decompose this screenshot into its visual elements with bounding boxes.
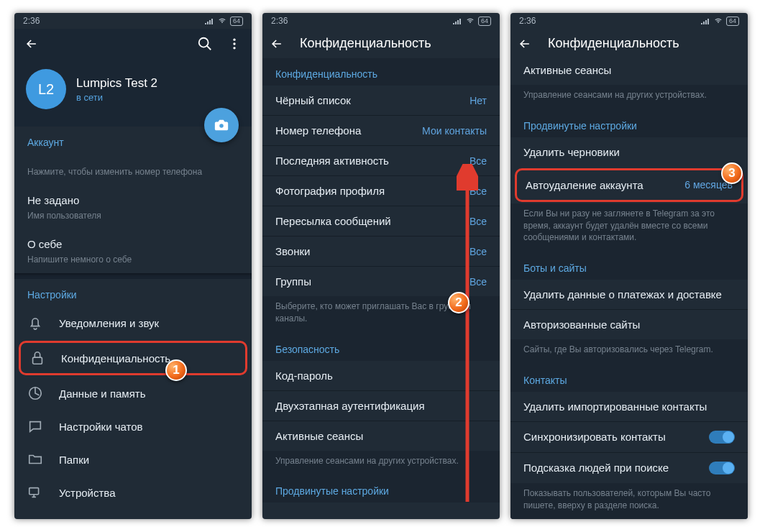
folder-icon (27, 451, 43, 467)
status-time: 2:36 (23, 16, 40, 26)
title-bar: Конфиденциальность (510, 29, 748, 58)
lock-icon (29, 350, 45, 366)
data-icon (27, 385, 43, 401)
devices-icon (27, 485, 43, 500)
page-title: Конфиденциальность (548, 36, 679, 51)
settings-folders[interactable]: Папки (14, 443, 252, 476)
profile-info: L2 Lumpics Test 2 в сети (22, 59, 244, 112)
signal-icon (700, 17, 710, 24)
bio-hint: Напишите немного о себе (14, 254, 252, 273)
svg-point-4 (219, 124, 224, 128)
sessions-hint: Управление сеансами на других устройства… (510, 85, 748, 110)
status-icons: 64 (204, 17, 243, 26)
battery-icon: 64 (478, 17, 491, 26)
phone-screenshot-3: 2:36 64 Конфиденциальность Активные сеан… (510, 13, 748, 519)
status-bar: 2:36 64 (262, 13, 500, 29)
profile-status: в сети (76, 92, 157, 103)
row-phone[interactable]: Номер телефонаМои контакты (262, 116, 500, 145)
phone-screenshot-1: 2:36 64 L2 Lumpics Test 2 в сети Аккаунт… (14, 13, 252, 519)
svg-point-0 (199, 38, 209, 47)
camera-icon (214, 117, 229, 133)
settings-language[interactable]: Язык (14, 509, 252, 519)
svg-point-1 (233, 39, 235, 41)
toolbar (22, 29, 244, 59)
title-bar: Конфиденциальность (262, 29, 500, 58)
advanced-header: Продвинутые настройки (510, 110, 748, 137)
row-payments[interactable]: Удалить данные о платежах и доставке (510, 280, 748, 309)
settings-devices[interactable]: Устройства (14, 476, 252, 509)
wifi-icon (713, 17, 723, 24)
signal-icon (204, 17, 214, 24)
status-bar: 2:36 64 (510, 13, 748, 29)
settings-data[interactable]: Данные и память (14, 377, 252, 410)
row-autodelete[interactable]: Автоудаление аккаунта 6 месяцев (517, 170, 741, 200)
step-badge-3: 3 (721, 162, 743, 184)
more-icon[interactable] (227, 37, 242, 51)
bots-header: Боты и сайты (510, 252, 748, 280)
back-icon[interactable] (270, 37, 284, 51)
status-icons: 64 (700, 17, 739, 26)
camera-fab[interactable] (204, 108, 239, 142)
toggle-suggest[interactable] (709, 462, 735, 474)
page-title: Конфиденциальность (300, 36, 431, 51)
battery-icon: 64 (230, 17, 243, 26)
websites-hint: Сайты, где Вы авторизовались через Teleg… (510, 339, 748, 364)
status-time: 2:36 (271, 16, 288, 26)
settings-privacy[interactable]: Конфиденциальность (21, 343, 245, 373)
step-badge-2: 2 (448, 292, 469, 313)
settings-notifications[interactable]: Уведомления и звук (14, 306, 252, 339)
row-contacts-delete[interactable]: Удалить импортированные контакты (510, 392, 748, 421)
avatar[interactable]: L2 (26, 69, 66, 109)
phone-screenshot-2: 2:36 64 Конфиденциальность Конфиденциаль… (262, 13, 500, 519)
svg-point-3 (233, 47, 235, 49)
wifi-icon (217, 17, 227, 24)
signal-icon (452, 17, 462, 24)
step-badge-1: 1 (165, 359, 187, 381)
battery-icon: 64 (726, 17, 739, 26)
globe-icon (27, 518, 43, 519)
settings-chat[interactable]: Настройки чатов (14, 410, 252, 443)
profile-name: Lumpics Test 2 (76, 76, 157, 91)
status-bar: 2:36 64 (14, 13, 252, 29)
row-sessions[interactable]: Активные сеансы (510, 58, 748, 85)
autodelete-hint: Если Вы ни разу не заглянете в Telegram … (510, 203, 748, 252)
username-hint: Имя пользователя (14, 211, 252, 229)
svg-rect-7 (29, 488, 39, 495)
status-time: 2:36 (519, 16, 536, 26)
search-icon[interactable] (197, 36, 213, 52)
contacts-header: Контакты (510, 364, 748, 392)
profile-header: L2 Lumpics Test 2 в сети (14, 29, 252, 127)
svg-rect-5 (33, 357, 42, 364)
back-icon[interactable] (24, 37, 39, 51)
swipe-arrow-icon (457, 164, 478, 509)
toggle-sync[interactable] (709, 431, 735, 444)
status-icons: 64 (452, 17, 491, 26)
highlight-autodelete: Автоудаление аккаунта 6 месяцев (515, 168, 743, 202)
settings-header: Настройки (14, 279, 252, 306)
svg-point-2 (233, 42, 235, 45)
chat-icon (27, 418, 43, 434)
row-contacts-sync[interactable]: Синхронизировать контакты (510, 422, 748, 452)
row-drafts[interactable]: Удалить черновики (510, 137, 748, 167)
back-icon[interactable] (518, 37, 532, 51)
row-blocklist[interactable]: Чёрный списокНет (262, 86, 500, 115)
privacy-section-header: Конфиденциальность (262, 58, 500, 86)
contacts-hint: Показывать пользователей, которым Вы час… (510, 483, 748, 519)
highlight-privacy: Конфиденциальность (19, 341, 247, 375)
row-contacts-suggest[interactable]: Подсказка людей при поиске (510, 453, 748, 483)
row-websites[interactable]: Авторизованные сайты (510, 310, 748, 339)
bell-icon (27, 315, 43, 331)
wifi-icon (465, 17, 475, 24)
phone-hint: Нажмите, чтобы изменить номер телефона (14, 167, 252, 185)
